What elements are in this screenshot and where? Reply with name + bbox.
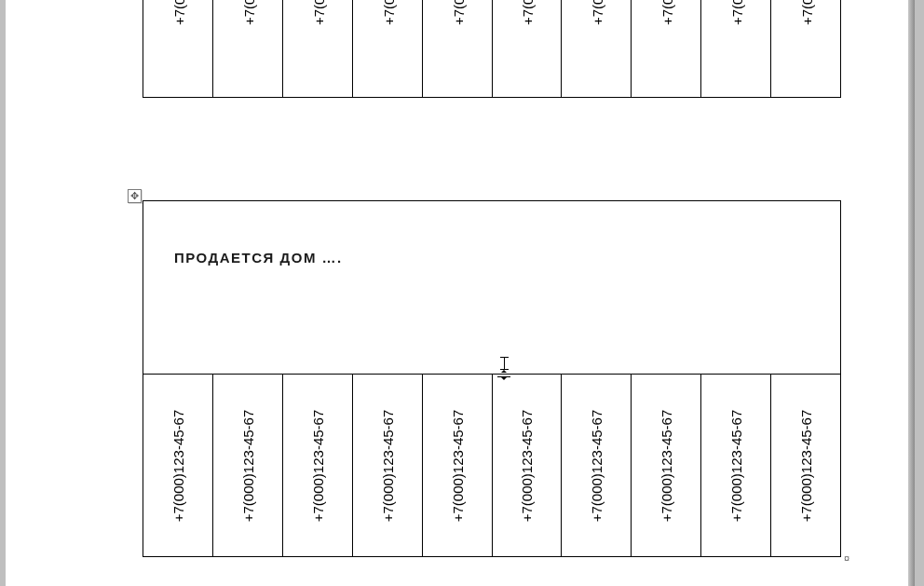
- tearoff-phone: +7(000: [311, 0, 327, 25]
- tearoff-tab[interactable]: +7(000)123-45-67: [212, 375, 282, 556]
- tearoff-strip[interactable]: +7(000)123-45-67+7(000)123-45-67+7(000)1…: [143, 375, 840, 556]
- tearoff-tab[interactable]: +7(000)123-45-67: [143, 375, 212, 556]
- tearoff-tab[interactable]: +7(000: [143, 0, 212, 97]
- document-viewport: +7(000+7(000+7(000+7(000+7(000+7(000+7(0…: [0, 0, 924, 586]
- tearoff-phone: +7(000)123-45-67: [379, 409, 395, 522]
- tearoff-phone: +7(000)123-45-67: [449, 409, 465, 522]
- tearoff-strip-previous[interactable]: +7(000+7(000+7(000+7(000+7(000+7(000+7(0…: [143, 0, 841, 98]
- tearoff-phone: +7(000: [381, 0, 397, 25]
- tearoff-phone: +7(000: [799, 0, 815, 25]
- tearoff-phone: +7(000)123-45-67: [728, 409, 744, 522]
- page-shadow: [908, 0, 915, 586]
- tearoff-phone: +7(000)123-45-67: [309, 409, 325, 522]
- tearoff-phone: +7(000)123-45-67: [589, 409, 605, 522]
- tearoff-phone: +7(000: [171, 0, 187, 25]
- tearoff-tab[interactable]: +7(000)123-45-67: [700, 375, 770, 556]
- tearoff-tab[interactable]: +7(000: [561, 0, 631, 97]
- tearoff-phone: +7(000)123-45-67: [798, 409, 814, 522]
- tearoff-tab[interactable]: +7(000)123-45-67: [492, 375, 562, 556]
- tearoff-tab[interactable]: +7(000)123-45-67: [770, 375, 840, 556]
- tearoff-phone: +7(000: [729, 0, 745, 25]
- tearoff-phone: +7(000)123-45-67: [659, 409, 674, 522]
- tearoff-tab[interactable]: +7(000)123-45-67: [631, 375, 700, 556]
- tearoff-tab[interactable]: +7(000)123-45-67: [282, 375, 352, 556]
- tearoff-phone: +7(000)123-45-67: [519, 409, 535, 522]
- tearoff-tab[interactable]: +7(000)123-45-67: [352, 375, 422, 556]
- flyer-body-cell[interactable]: ПРОДАЕТСЯ ДОМ ….: [143, 201, 840, 375]
- tearoff-phone: +7(000)123-45-67: [239, 409, 255, 522]
- tearoff-phone: +7(000: [659, 0, 675, 25]
- tearoff-tab[interactable]: +7(000: [700, 0, 770, 97]
- table-move-handle[interactable]: ✥: [128, 189, 142, 203]
- flyer-title[interactable]: ПРОДАЕТСЯ ДОМ ….: [174, 250, 343, 266]
- tearoff-tab[interactable]: +7(000)123-45-67: [422, 375, 492, 556]
- tearoff-tab[interactable]: +7(000)123-45-67: [561, 375, 631, 556]
- tearoff-phone: +7(000: [590, 0, 605, 25]
- tearoff-tab[interactable]: +7(000: [631, 0, 700, 97]
- flyer-table[interactable]: ПРОДАЕТСЯ ДОМ …. +7(000)123-45-67+7(000)…: [143, 200, 841, 557]
- tearoff-tab[interactable]: +7(000: [770, 0, 840, 97]
- tearoff-tab[interactable]: +7(000: [422, 0, 492, 97]
- tearoff-tab[interactable]: +7(000: [352, 0, 422, 97]
- tearoff-phone: +7(000: [520, 0, 536, 25]
- table-end-marker: ¤: [844, 552, 851, 560]
- tearoff-phone: +7(000)123-45-67: [170, 409, 185, 522]
- tearoff-tab[interactable]: +7(000: [492, 0, 562, 97]
- tearoff-tab[interactable]: +7(000: [282, 0, 352, 97]
- tearoff-tab[interactable]: +7(000: [212, 0, 282, 97]
- tearoff-phone: +7(000: [451, 0, 467, 25]
- tearoff-phone: +7(000: [241, 0, 257, 25]
